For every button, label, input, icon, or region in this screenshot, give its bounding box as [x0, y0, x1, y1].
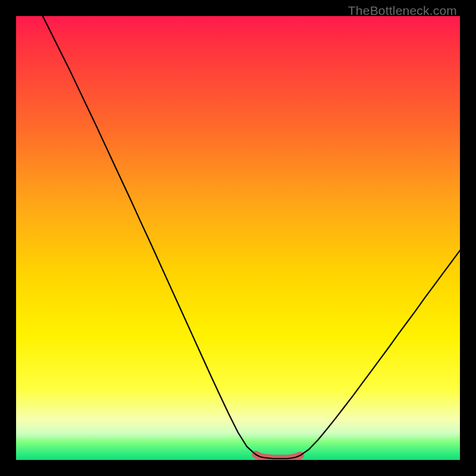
watermark-text: TheBottleneck.com	[348, 4, 457, 18]
chart-plot-area	[16, 16, 460, 460]
chart-frame: TheBottleneck.com	[0, 0, 476, 476]
curve-line	[43, 16, 460, 459]
chart-svg	[16, 16, 460, 460]
